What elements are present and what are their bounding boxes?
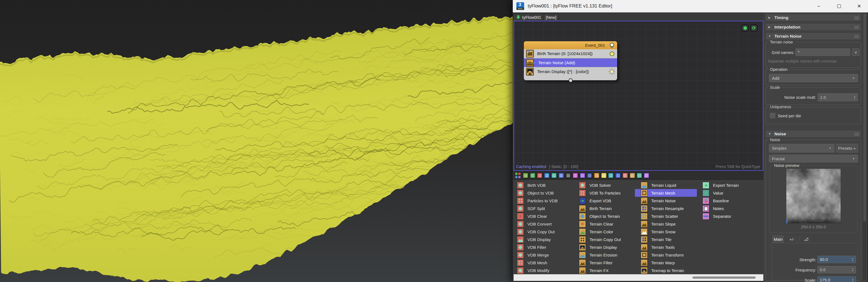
tab-tyflow001[interactable]: tyFlow001 bbox=[513, 13, 544, 21]
depot-item-terrain-scatter[interactable]: Terrain Scatter bbox=[635, 212, 697, 220]
graph-enable-button[interactable] bbox=[741, 24, 749, 32]
operator-row-terrain-display[interactable]: Terrain Display ([*] : [color]) bbox=[524, 67, 617, 76]
panel-vertical-scrollbar[interactable] bbox=[863, 13, 866, 281]
lightbulb-icon[interactable] bbox=[609, 42, 615, 49]
depot-filter-7[interactable] bbox=[565, 173, 571, 179]
depot-item-terrain-clear[interactable]: ✕Terrain Clear bbox=[573, 220, 635, 228]
depot-item-vdb-solver[interactable]: VDB Solver bbox=[573, 181, 635, 189]
depot-item-baseline[interactable]: Baseline bbox=[696, 197, 758, 205]
depot-item-vdb-merge[interactable]: VDB Merge bbox=[511, 251, 573, 259]
spinner-arrows-icon[interactable] bbox=[851, 277, 855, 282]
rollout-noise[interactable]: Noise bbox=[765, 130, 861, 137]
depot-item-texmap-to-terrain[interactable]: Texmap to Terrain bbox=[635, 267, 697, 274]
depot-item-terrain-tile[interactable]: Terrain Tile bbox=[635, 236, 697, 243]
depot-item-terrain-snow[interactable]: Terrain Snow bbox=[635, 228, 697, 236]
depot-item-terrain-transform[interactable]: Terrain Transform bbox=[635, 251, 697, 259]
depot-item-terrain-tools[interactable]: Terrain Tools bbox=[635, 243, 697, 251]
noise-tab-delta[interactable] bbox=[799, 237, 813, 241]
depot-item-terrain-filter[interactable]: Terrain Filter bbox=[573, 259, 635, 267]
rollout-terrain-noise[interactable]: Terrain Noise bbox=[765, 32, 861, 40]
depot-item-vdb-mesh[interactable]: VDB Mesh bbox=[511, 259, 573, 267]
depot-item-terrain-color[interactable]: Terrain Color bbox=[573, 228, 635, 236]
maximize-button[interactable] bbox=[830, 0, 847, 12]
depot-filter-15[interactable] bbox=[622, 173, 628, 179]
scrollbar-thumb[interactable] bbox=[863, 13, 866, 222]
depot-item-terrain-warp[interactable]: Terrain Warp bbox=[635, 259, 697, 267]
depot-item-terrain-display[interactable]: Terrain Display bbox=[573, 243, 635, 251]
depot-item-export-vdb[interactable]: ➜Export VDB bbox=[573, 197, 635, 205]
depot-filter-8[interactable] bbox=[572, 173, 579, 179]
minimize-button[interactable]: – bbox=[810, 0, 827, 12]
rollout-timing[interactable]: Timing bbox=[765, 14, 861, 21]
grid-names-expand-button[interactable]: v bbox=[852, 49, 860, 56]
depot-item-particles-to-vdb[interactable]: Particles to VDB bbox=[511, 197, 573, 205]
depot-filter-16[interactable] bbox=[629, 173, 636, 179]
depot-filter-9[interactable] bbox=[580, 173, 586, 179]
depot-filter-10[interactable] bbox=[586, 173, 592, 179]
depot-filter-6[interactable] bbox=[558, 173, 564, 179]
depot-item-vdb-display[interactable]: VDB Display bbox=[511, 236, 573, 243]
depot-filter-2[interactable] bbox=[530, 173, 536, 179]
window-titlebar[interactable]: 3 MAX tyFlow001 : [tyFlow FREE v1.131 Ed… bbox=[513, 0, 868, 12]
depot-filter-3[interactable] bbox=[536, 173, 543, 179]
seed-per-tile-checkbox[interactable] bbox=[770, 113, 775, 118]
depot-item-notes[interactable]: Notes bbox=[696, 205, 758, 212]
depot-filter-17[interactable] bbox=[636, 173, 642, 179]
presets-button[interactable]: Presets » bbox=[836, 144, 858, 153]
depot-item-terrain-resample[interactable]: Terrain Resample bbox=[635, 205, 697, 212]
grid-names-input[interactable]: * bbox=[796, 49, 850, 56]
depot-item-vdb-modify[interactable]: VDB Modify bbox=[511, 267, 573, 274]
depot-item-birth-terrain[interactable]: Birth Terrain bbox=[573, 205, 635, 212]
operator-enabled-indicator[interactable] bbox=[610, 52, 614, 56]
depot-item-value[interactable]: #Value bbox=[696, 189, 758, 197]
depot-filter-1[interactable] bbox=[523, 173, 529, 179]
display-sun-icon[interactable] bbox=[608, 68, 616, 75]
depot-horizontal-scrollbar[interactable] bbox=[514, 274, 763, 281]
operator-row-terrain-noise[interactable]: Terrain Noise (Add) bbox=[524, 58, 617, 67]
noise-tab-main[interactable]: Main bbox=[772, 235, 785, 243]
depot-item-vdb-copy-out[interactable]: VDB Copy Out bbox=[511, 228, 573, 236]
depot-item-separator[interactable]: Separator bbox=[696, 212, 758, 220]
node-graph-canvas[interactable]: ⟳ Event_001 bbox=[514, 21, 763, 171]
event-node[interactable]: Event_001 Birth Terrain (0: [1024x1024]) bbox=[524, 41, 617, 80]
scale-spinner[interactable]: 175.0 bbox=[817, 276, 856, 282]
rollout-grip-icon[interactable] bbox=[855, 26, 859, 29]
depot-filter-12[interactable] bbox=[601, 173, 607, 179]
spinner-arrows-icon[interactable] bbox=[851, 266, 855, 273]
depot-filter-4[interactable] bbox=[544, 173, 550, 179]
frequency-spinner[interactable]: 0.0 bbox=[817, 266, 856, 274]
depot-item-terrain-copy-out[interactable]: Terrain Copy Out bbox=[573, 236, 635, 243]
depot-filter-14[interactable] bbox=[615, 173, 621, 179]
depot-item-vdb-clear[interactable]: ✕VDB Clear bbox=[511, 212, 573, 220]
depot-filter-5[interactable] bbox=[551, 173, 557, 179]
depot-filter-18[interactable] bbox=[644, 173, 650, 179]
rollout-grip-icon[interactable] bbox=[855, 16, 859, 20]
depot-item-birth-vdb[interactable]: Birth VDB bbox=[511, 181, 573, 189]
graph-refresh-button[interactable]: ⟳ bbox=[750, 24, 757, 32]
depot-item-terrain-liquid[interactable]: Terrain Liquid bbox=[635, 181, 697, 189]
depot-item-terrain-fx[interactable]: Terrain FX bbox=[573, 267, 635, 274]
depot-item-object-to-terrain[interactable]: Object to Terrain bbox=[573, 212, 635, 220]
scrollbar-thumb[interactable] bbox=[692, 277, 755, 279]
depot-item-terrain-noise[interactable]: Terrain Noise bbox=[635, 197, 697, 205]
noise-scale-spinner[interactable]: 1.0 bbox=[817, 93, 858, 101]
spinner-arrows-icon[interactable] bbox=[853, 94, 857, 101]
depot-item-export-terrain[interactable]: ➜Export Terrain bbox=[696, 181, 758, 189]
operation-dropdown[interactable]: Add bbox=[769, 74, 858, 82]
noise-tab-plusminus[interactable]: +/- bbox=[785, 237, 799, 242]
depot-filter-13[interactable] bbox=[608, 173, 614, 179]
max-viewport-terrain[interactable] bbox=[0, 0, 513, 282]
depot-item-object-to-vdb[interactable]: Object to VDB bbox=[511, 189, 573, 197]
strength-spinner[interactable]: 50.0 bbox=[817, 256, 856, 263]
close-button[interactable]: ✕ bbox=[850, 0, 868, 12]
depot-item-vdb-to-particles[interactable]: VDB To Particles bbox=[573, 189, 635, 197]
depot-item-sdf-split[interactable]: SDF Split bbox=[511, 205, 573, 212]
depot-item-terrain-slope[interactable]: Terrain Slope bbox=[635, 220, 697, 228]
operator-row-birth-terrain[interactable]: Birth Terrain (0: [1024x1024]) bbox=[524, 49, 617, 58]
event-node-header[interactable]: Event_001 bbox=[524, 41, 617, 49]
tab-new[interactable]: [New] bbox=[543, 13, 559, 21]
noise-type-dropdown[interactable]: Simplex bbox=[769, 144, 835, 153]
depot-item-vdb-filter[interactable]: VDB Filter bbox=[511, 243, 573, 251]
spinner-arrows-icon[interactable] bbox=[851, 256, 855, 263]
fractal-dropdown[interactable]: Fractal bbox=[769, 155, 858, 162]
